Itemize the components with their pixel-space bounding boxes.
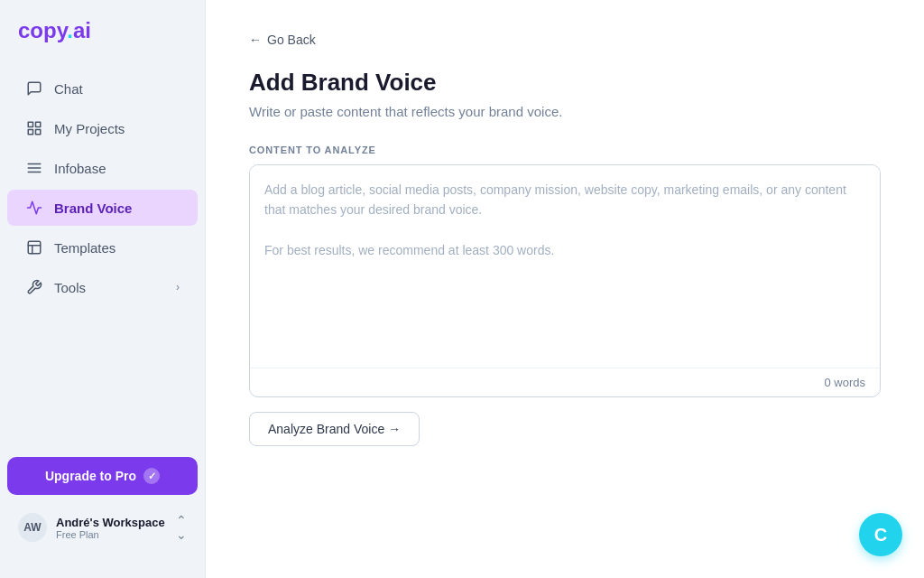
chat-label: Chat (54, 81, 83, 97)
page-subtitle: Write or paste content that reflects you… (249, 104, 881, 119)
sidebar-item-infobase[interactable]: Infobase (7, 150, 198, 186)
analyze-button-label: Analyze Brand Voice → (268, 422, 401, 436)
svg-rect-2 (36, 130, 41, 135)
svg-rect-3 (28, 130, 32, 135)
word-count: 0 words (250, 368, 880, 396)
workspace-name: André's Workspace (56, 516, 167, 529)
tools-icon (25, 278, 43, 296)
infobase-icon (25, 159, 43, 177)
sidebar-item-chat[interactable]: Chat (7, 70, 198, 107)
tools-label: Tools (54, 280, 86, 295)
brand-voice-label: Brand Voice (54, 200, 132, 216)
svg-rect-7 (28, 241, 41, 254)
go-back-label: Go Back (267, 33, 316, 47)
content-textarea-wrapper: 0 words (249, 164, 881, 397)
workspace-chevron-icon: ⌃⌄ (176, 513, 187, 542)
workspace-plan: Free Plan (56, 529, 167, 540)
projects-icon (25, 119, 43, 137)
sidebar-item-templates[interactable]: Templates (7, 229, 198, 266)
content-textarea[interactable] (250, 165, 880, 364)
sidebar-item-tools[interactable]: Tools › (7, 269, 198, 305)
arrow-left-icon: ← (249, 33, 262, 47)
tools-chevron-icon: › (176, 281, 180, 294)
content-section-label: CONTENT TO ANALYZE (249, 144, 881, 155)
analyze-button[interactable]: Analyze Brand Voice → (249, 412, 420, 446)
sidebar-bottom: Upgrade to Pro ✓ AW André's Workspace Fr… (0, 446, 205, 560)
infobase-label: Infobase (54, 161, 106, 176)
go-back-link[interactable]: ← Go Back (249, 33, 881, 47)
upgrade-check-icon: ✓ (143, 468, 160, 484)
fab-button[interactable]: C (859, 513, 902, 556)
brand-voice-icon (25, 199, 43, 217)
logo-dot: . (67, 18, 73, 42)
app-logo: copy.ai (0, 18, 205, 69)
logo-ai: ai (73, 18, 91, 42)
svg-rect-1 (36, 122, 41, 126)
projects-label: My Projects (54, 121, 125, 136)
main-content: ← Go Back Add Brand Voice Write or paste… (206, 0, 924, 578)
svg-rect-0 (28, 122, 32, 126)
sidebar-item-my-projects[interactable]: My Projects (7, 110, 198, 146)
chat-icon (25, 79, 43, 98)
workspace-selector[interactable]: AW André's Workspace Free Plan ⌃⌄ (7, 506, 198, 549)
upgrade-button[interactable]: Upgrade to Pro ✓ (7, 457, 198, 495)
upgrade-label: Upgrade to Pro (45, 469, 136, 483)
logo-copy: copy (18, 18, 67, 42)
templates-label: Templates (54, 240, 116, 256)
page-title: Add Brand Voice (249, 69, 881, 97)
avatar: AW (18, 513, 47, 542)
workspace-info: André's Workspace Free Plan (56, 516, 167, 540)
sidebar: copy.ai Chat My Projects Infobase Brand … (0, 0, 206, 578)
sidebar-item-brand-voice[interactable]: Brand Voice (7, 190, 198, 226)
fab-label: C (874, 525, 887, 545)
templates-icon (25, 238, 43, 256)
